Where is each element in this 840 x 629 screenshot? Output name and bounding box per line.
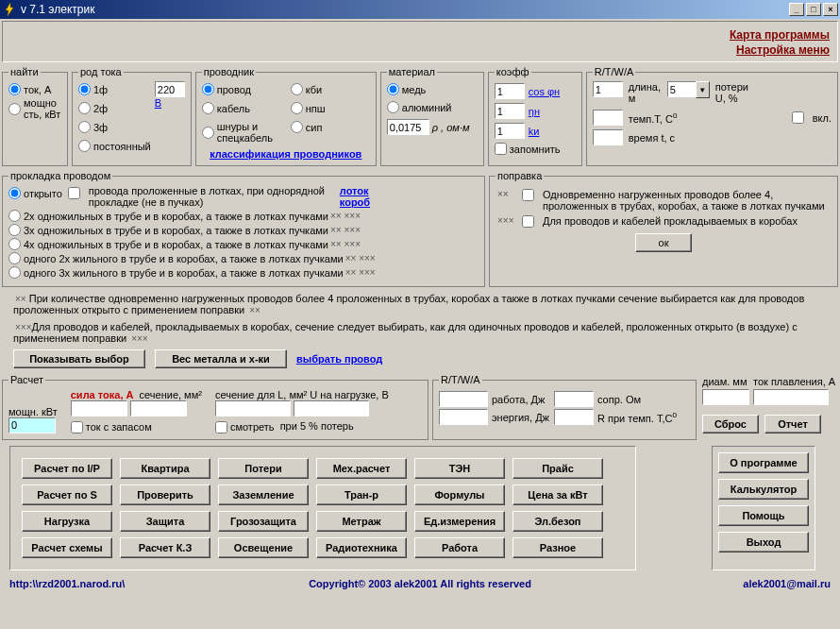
- rho-input[interactable]: [387, 119, 429, 135]
- metal-weight-button[interactable]: Вес металла и х-ки: [155, 349, 287, 368]
- cosfi-input[interactable]: [495, 83, 525, 99]
- footer-email[interactable]: alek2001@mail.ru: [557, 578, 831, 589]
- program-map-link[interactable]: Карта программы: [730, 27, 830, 42]
- power-input[interactable]: [8, 417, 56, 434]
- btn-calculator[interactable]: Калькулятор: [718, 479, 809, 500]
- ok-button[interactable]: ок: [635, 233, 692, 252]
- loss-combo-input[interactable]: [667, 81, 696, 97]
- btn-mech[interactable]: Мех.расчет: [316, 458, 407, 479]
- voltage-input[interactable]: [155, 81, 185, 97]
- note-2: ×××Для проводов и кабелей, прокладываемы…: [13, 321, 827, 344]
- look-check[interactable]: [215, 421, 227, 434]
- btn-elsafety[interactable]: Эл.безоп: [512, 511, 603, 532]
- find-power-radio[interactable]: [8, 103, 21, 115]
- btn-ten[interactable]: ТЭН: [414, 458, 505, 479]
- voltage-link[interactable]: В: [155, 97, 161, 109]
- menu-settings-link[interactable]: Настройка меню: [736, 42, 830, 58]
- btn-load[interactable]: Нагрузка: [22, 511, 112, 532]
- btn-ground[interactable]: Заземление: [218, 484, 309, 505]
- btn-price[interactable]: Прайс: [512, 458, 603, 479]
- incl-check[interactable]: [792, 111, 804, 124]
- btn-transformer[interactable]: Тран-р: [316, 484, 407, 505]
- choose-wire-link[interactable]: выбрать провод: [296, 353, 382, 365]
- footer-copyright: Copyright© 2003 alek2001 All rights rese…: [283, 578, 557, 589]
- cord-radio[interactable]: [202, 127, 214, 139]
- find-current-radio[interactable]: [8, 83, 21, 95]
- lay-r4-radio[interactable]: [8, 252, 21, 264]
- ki-link[interactable]: kи: [529, 126, 540, 137]
- cable-radio[interactable]: [202, 102, 214, 114]
- maximize-button[interactable]: □: [806, 3, 821, 16]
- minimize-button[interactable]: _: [789, 3, 804, 16]
- btn-losses[interactable]: Потери: [218, 458, 309, 479]
- btn-help[interactable]: Помощь: [718, 505, 809, 526]
- out-group: диам. мм ток плавления, А Сброс Отчет: [698, 372, 840, 442]
- current-output: [71, 400, 127, 416]
- btn-check[interactable]: Проверить: [120, 484, 210, 505]
- open-radio[interactable]: [8, 187, 21, 199]
- laying-group: прокладка проводом открыто провода проло…: [2, 170, 485, 287]
- btn-scheme[interactable]: Расчет схемы: [22, 537, 112, 558]
- btn-metrage[interactable]: Метраж: [316, 511, 407, 532]
- eta-input[interactable]: [495, 103, 525, 119]
- find-group: найти ток, А мощно сть, кВт: [2, 66, 68, 166]
- lotok-link[interactable]: лоток: [340, 185, 370, 196]
- length-input[interactable]: [593, 81, 623, 97]
- btn-protection[interactable]: Защита: [120, 511, 210, 532]
- toolbar: Карта программы Настройка меню: [2, 21, 838, 62]
- sip-radio[interactable]: [291, 121, 303, 133]
- btn-units[interactable]: Ед.измерения: [414, 511, 505, 532]
- btn-apartment[interactable]: Квартира: [120, 458, 210, 479]
- aluminium-radio[interactable]: [387, 101, 399, 113]
- btn-kz[interactable]: Расчет К.З: [120, 537, 210, 558]
- phase1-radio[interactable]: [78, 83, 91, 95]
- phase2-radio[interactable]: [78, 102, 91, 114]
- corr1-check[interactable]: [522, 189, 534, 201]
- classification-link[interactable]: классификация проводников: [210, 148, 361, 160]
- show-selection-button[interactable]: Показывать выбор: [13, 349, 145, 368]
- lay-r2-radio[interactable]: [8, 224, 21, 236]
- coeff-legend: коэфф: [495, 66, 531, 77]
- btn-about[interactable]: О программе: [718, 452, 809, 473]
- chevron-down-icon[interactable]: ▼: [696, 81, 710, 98]
- footer-url[interactable]: http:\\rzd2001.narod.ru\: [9, 578, 283, 589]
- lay-r1-radio[interactable]: [8, 210, 21, 222]
- btn-kwh-price[interactable]: Цена за кВт: [512, 484, 603, 505]
- rtwa-group: R/T/W/A длина, м ▼ потери U, % темп.Т, С…: [586, 66, 838, 166]
- btn-formulas[interactable]: Формулы: [414, 484, 505, 505]
- reset-button[interactable]: Сброс: [702, 415, 759, 434]
- npsh-radio[interactable]: [291, 102, 303, 114]
- lay-r5-radio[interactable]: [8, 266, 21, 279]
- dc-radio[interactable]: [78, 140, 91, 152]
- reserve-check[interactable]: [71, 421, 83, 434]
- btn-misc[interactable]: Разное: [512, 537, 603, 558]
- wire-radio[interactable]: [202, 83, 214, 95]
- btn-calc-ip[interactable]: Расчет по I/P: [22, 458, 112, 479]
- eta-link[interactable]: ηн: [529, 106, 540, 117]
- btn-lightning[interactable]: Грозозащита: [218, 511, 309, 532]
- phase3-radio[interactable]: [78, 121, 91, 133]
- open-note-label: провода проложенные в лотках, при одноря…: [89, 185, 334, 208]
- close-button[interactable]: ×: [823, 3, 838, 16]
- btn-lighting[interactable]: Освещение: [218, 537, 309, 558]
- time-input[interactable]: [593, 129, 623, 145]
- remember-check[interactable]: [495, 143, 507, 155]
- lay-r3-radio[interactable]: [8, 238, 21, 250]
- kbi-radio[interactable]: [291, 83, 303, 95]
- report-button[interactable]: Отчет: [764, 415, 821, 434]
- sectionL-label: сечение для L, мм² U на нагрузке, В: [215, 389, 389, 400]
- ki-input[interactable]: [495, 123, 525, 139]
- open-note-check[interactable]: [68, 187, 80, 199]
- cosfi-link[interactable]: cos φн: [529, 86, 560, 97]
- btn-radio[interactable]: Радиотехника: [316, 537, 407, 558]
- section-label: сечение, мм²: [140, 389, 202, 400]
- btn-exit[interactable]: Выход: [718, 532, 809, 552]
- btn-calc-s[interactable]: Расчет по S: [22, 484, 112, 505]
- corr2-check[interactable]: [522, 215, 534, 228]
- korob-link[interactable]: короб: [340, 196, 370, 208]
- rtwa-legend: R/T/W/A: [593, 66, 636, 77]
- copper-radio[interactable]: [387, 83, 399, 95]
- temp-input[interactable]: [593, 110, 623, 126]
- loss-combo[interactable]: ▼: [667, 81, 710, 98]
- btn-work[interactable]: Работа: [414, 537, 505, 558]
